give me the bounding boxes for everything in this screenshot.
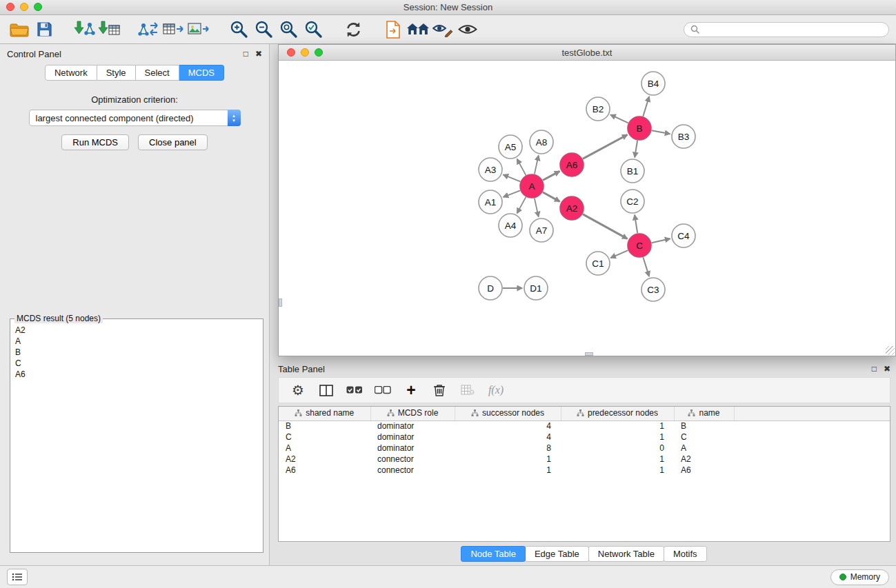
memory-button[interactable]: Memory [830, 569, 889, 585]
network-close-button[interactable] [287, 48, 295, 57]
edge-A-A5[interactable] [517, 159, 526, 176]
mcds-result-item[interactable]: A2 [13, 325, 260, 336]
column-header-predecessor-nodes[interactable]: predecessor nodes [561, 407, 674, 420]
edge-C-C3[interactable] [643, 257, 649, 276]
node-A3[interactable]: A3 [479, 158, 502, 181]
node-B4[interactable]: B4 [641, 72, 665, 95]
cell-successor-nodes[interactable]: 8 [455, 443, 561, 454]
vertical-scroll-mark[interactable] [279, 298, 282, 307]
tab-network[interactable]: Network [45, 65, 97, 81]
table-row[interactable]: Bdominator41B [279, 420, 890, 432]
resize-grip[interactable] [886, 346, 895, 355]
node-C4[interactable]: C4 [672, 224, 695, 247]
refresh-button[interactable] [341, 18, 366, 41]
zoom-fit-button[interactable] [276, 18, 301, 41]
edge-A-A1[interactable] [504, 190, 521, 196]
edge-A-A7[interactable] [535, 199, 539, 217]
edge-A2-C[interactable] [583, 214, 628, 239]
save-session-button[interactable] [32, 18, 57, 41]
cell-shared-name[interactable]: B [279, 420, 370, 432]
table-row[interactable]: Adominator80A [279, 443, 890, 454]
close-panel-icon[interactable]: ✖ [255, 50, 262, 58]
cell-predecessor-nodes[interactable]: 1 [561, 420, 674, 432]
cell-name[interactable]: A6 [674, 465, 734, 476]
cell-mcds-role[interactable]: dominator [370, 443, 455, 454]
maximize-window-button[interactable] [34, 3, 42, 11]
node-B3[interactable]: B3 [672, 125, 695, 148]
edge-B-B2[interactable] [610, 114, 628, 123]
export-network-button[interactable] [137, 18, 161, 41]
task-history-button[interactable] [7, 569, 28, 585]
show-graphics-details-button[interactable] [455, 18, 480, 41]
deselect-all-button[interactable] [375, 380, 391, 401]
close-table-panel-icon[interactable]: ✖ [884, 365, 890, 373]
tab-edge-table[interactable]: Edge Table [525, 546, 589, 562]
column-layout-button[interactable] [318, 380, 335, 401]
open-file-button[interactable] [381, 18, 406, 41]
network-maximize-button[interactable] [315, 48, 323, 57]
import-network-button[interactable] [72, 18, 97, 41]
cell-mcds-role[interactable]: connector [370, 465, 455, 476]
delete-column-button[interactable] [431, 380, 448, 401]
float-panel-icon[interactable]: □ [243, 50, 248, 58]
node-A8[interactable]: A8 [530, 130, 553, 154]
tab-style[interactable]: Style [97, 65, 136, 81]
edge-C-C4[interactable] [652, 239, 670, 243]
zoom-selected-button[interactable] [301, 18, 326, 41]
cell-predecessor-nodes[interactable]: 0 [561, 443, 674, 454]
cell-shared-name[interactable]: C [279, 432, 370, 443]
network-minimize-button[interactable] [301, 48, 309, 57]
cell-predecessor-nodes[interactable]: 1 [561, 432, 674, 443]
minimize-window-button[interactable] [20, 3, 28, 11]
network-graph[interactable]: B4B2BB3A5A8A6B1A3AC2A1A2A4A7C4CC1C3DD1 [279, 61, 894, 355]
close-window-button[interactable] [6, 3, 14, 11]
node-table[interactable]: shared nameMCDS rolesuccessor nodesprede… [278, 406, 890, 542]
tab-motifs[interactable]: Motifs [664, 546, 707, 562]
node-C[interactable]: C [628, 234, 651, 257]
search-input[interactable] [704, 25, 882, 34]
edge-A-A6[interactable] [543, 171, 559, 180]
annotation-eye-button[interactable] [430, 18, 455, 41]
edge-A-A8[interactable] [535, 156, 539, 174]
add-column-button[interactable]: + [403, 380, 419, 401]
node-A1[interactable]: A1 [479, 190, 502, 214]
node-B1[interactable]: B1 [621, 159, 644, 183]
cell-mcds-role[interactable]: dominator [370, 420, 455, 432]
cell-name[interactable]: A [674, 443, 734, 454]
zoom-in-button[interactable] [226, 18, 251, 41]
column-header-successor-nodes[interactable]: successor nodes [455, 407, 561, 420]
cell-successor-nodes[interactable]: 1 [455, 465, 561, 476]
tab-select[interactable]: Select [136, 65, 179, 81]
float-table-panel-icon[interactable]: □ [872, 365, 877, 373]
cell-shared-name[interactable]: A2 [279, 454, 370, 465]
mcds-result-item[interactable]: C [13, 358, 260, 369]
cell-predecessor-nodes[interactable]: 1 [561, 465, 674, 476]
edge-A-A2[interactable] [543, 192, 560, 202]
cell-successor-nodes[interactable]: 4 [455, 432, 561, 443]
cell-successor-nodes[interactable]: 1 [455, 454, 561, 465]
cell-name[interactable]: C [674, 432, 734, 443]
search-field[interactable] [684, 22, 889, 37]
node-A6[interactable]: A6 [560, 153, 584, 176]
export-image-button[interactable] [186, 18, 211, 41]
edge-B-B3[interactable] [652, 130, 670, 134]
import-table-button[interactable] [97, 18, 121, 41]
tab-node-table[interactable]: Node Table [461, 546, 526, 562]
table-row[interactable]: A2connector11A2 [279, 454, 890, 465]
column-header-shared-name[interactable]: shared name [279, 407, 370, 420]
network-canvas[interactable]: B4B2BB3A5A8A6B1A3AC2A1A2A4A7C4CC1C3DD1 [279, 61, 895, 356]
edge-C-C1[interactable] [610, 250, 628, 258]
column-header-mcds-role[interactable]: MCDS role [370, 407, 455, 420]
titlebar[interactable]: Session: New Session [0, 0, 896, 15]
cell-shared-name[interactable]: A6 [279, 465, 370, 476]
cell-predecessor-nodes[interactable]: 1 [561, 454, 674, 465]
cell-mcds-role[interactable]: connector [370, 454, 455, 465]
edge-A6-B[interactable] [583, 135, 628, 159]
cell-name[interactable]: B [674, 420, 734, 432]
function-builder-button[interactable]: f(x) [488, 380, 504, 401]
edge-A-A3[interactable] [504, 174, 521, 181]
tab-mcds[interactable]: MCDS [179, 65, 224, 81]
mcds-result-item[interactable]: A6 [13, 369, 260, 380]
cell-successor-nodes[interactable]: 4 [455, 420, 561, 432]
criterion-dropdown[interactable]: largest connected component (directed) ▲… [29, 110, 241, 126]
